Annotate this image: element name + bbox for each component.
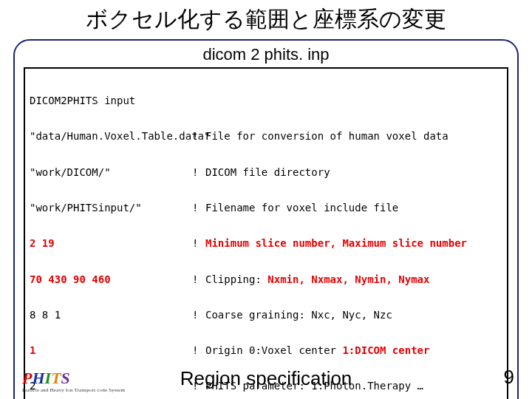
- code-lhs: "work/PHITSinput/": [30, 202, 192, 214]
- code-rhs: Origin 0:Voxel center 1:DICOM center: [205, 344, 507, 356]
- arrow-annotation: [55, 396, 195, 399]
- code-rhs: Filename for voxel include file: [205, 202, 507, 214]
- code-sep: !: [192, 202, 205, 214]
- code-rhs: File for conversion of human voxel data: [205, 130, 507, 142]
- code-rhs-red: 1:DICOM center: [342, 344, 429, 356]
- code-rhs: Coarse graining: Nxc, Nyc, Nzc: [205, 309, 507, 321]
- code-sep: !: [192, 309, 205, 321]
- code-lhs: "work/DICOM/": [30, 166, 192, 178]
- footer-title: Region specification: [0, 367, 532, 390]
- footer: PHITS Particle and Heavy Ion Transport c…: [0, 364, 532, 393]
- page-number: 9: [504, 366, 514, 389]
- code-rhs-prefix: Origin 0:Voxel center: [205, 344, 342, 356]
- dicom2phits-code: DICOM2PHITS input "data/Human.Voxel.Tabl…: [24, 67, 508, 399]
- slide-title: ボクセル化する範囲と座標系の変更: [0, 0, 532, 38]
- code-rhs-prefix: Clipping:: [205, 273, 267, 285]
- code-header: DICOM2PHITS input: [30, 95, 507, 106]
- code-rhs: DICOM file directory: [205, 166, 507, 178]
- code-sep: !: [192, 273, 205, 285]
- code-sep: !: [192, 344, 205, 356]
- code-lhs: 8 8 1: [30, 309, 192, 321]
- code-lhs: "data/Human.Voxel.Table.data": [30, 130, 192, 142]
- code-rhs-red: Minimum slice number, Maximum slice numb…: [205, 237, 467, 249]
- code-lhs: 2 19: [30, 237, 192, 249]
- code-lhs: 70 430 90 460: [30, 273, 192, 285]
- code-sep: !: [192, 130, 205, 142]
- code-lhs: 1: [30, 344, 192, 356]
- input-file-name: dicom 2 phits. inp: [24, 45, 508, 64]
- code-sep: !: [192, 237, 205, 249]
- input-file-panel: dicom 2 phits. inp DICOM2PHITS input "da…: [13, 39, 519, 399]
- code-sep: !: [192, 166, 205, 178]
- code-rhs-red: Nxmin, Nxmax, Nymin, Nymax: [267, 273, 429, 285]
- code-rhs: Clipping: Nxmin, Nxmax, Nymin, Nymax: [205, 273, 507, 285]
- code-rhs: Minimum slice number, Maximum slice numb…: [205, 237, 507, 249]
